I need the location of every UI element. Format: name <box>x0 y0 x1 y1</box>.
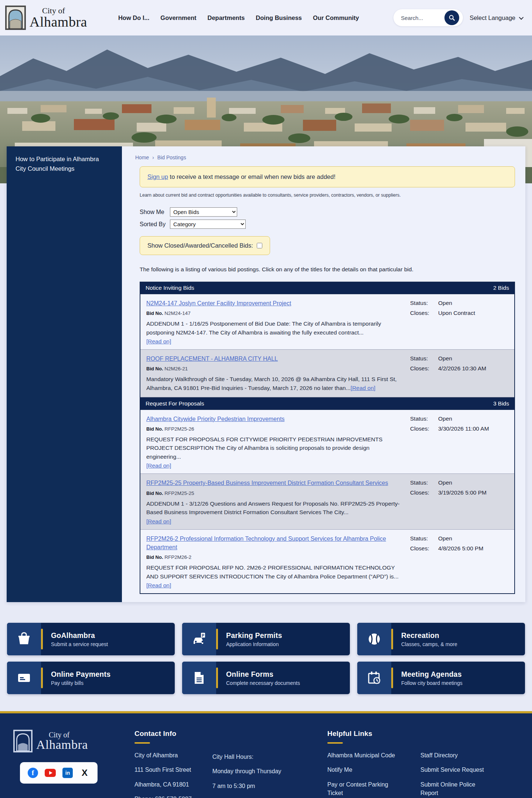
bid-title-link[interactable]: RFP2M26-2 Professional Information Techn… <box>146 536 386 550</box>
bid-title-link[interactable]: N2M24-147 Joslyn Center Facility Improve… <box>146 300 291 306</box>
closes-value: 4/8/2026 5:00 PM <box>438 545 483 552</box>
calendar-clock-icon <box>357 662 391 694</box>
toolbox-icon <box>7 623 41 655</box>
alhambra-arch-icon <box>5 6 26 30</box>
nav-our-community[interactable]: Our Community <box>313 14 359 21</box>
quicklink-parking-permits[interactable]: P Parking Permits Application Informatio… <box>182 623 350 655</box>
search-box <box>393 9 463 26</box>
footer-contact-column: Contact Info City of Alhambra 111 South … <box>134 730 192 798</box>
bid-status-block: Status:Open Closes:4/2/2026 10:30 AM <box>410 354 508 392</box>
search-input[interactable] <box>401 15 444 21</box>
site-header: City of Alhambra How Do I... Government … <box>0 0 532 35</box>
section-count: 2 Bids <box>493 285 509 291</box>
card-subtitle: Complete necessary documents <box>226 680 300 686</box>
quicklink-goalhambra[interactable]: GoAlhambra Submit a service request <box>7 623 175 655</box>
credit-card-icon <box>7 662 41 694</box>
linkedin-icon[interactable]: in <box>62 768 73 778</box>
bid-no-label: Bid No. <box>146 310 163 316</box>
bid-title-link[interactable]: ROOF REPLACEMENT - ALHAMBRA CITY HALL <box>146 356 278 362</box>
closes-value: 3/30/2026 11:00 AM <box>438 425 489 432</box>
hours-line: City Hall Hours: <box>212 753 281 761</box>
closes-value: 3/19/2026 5:00 PM <box>438 489 487 496</box>
quicklink-recreation[interactable]: Recreation Classes, camps, & more <box>357 623 525 655</box>
bid-title-link[interactable]: Alhambra Citywide Priority Pedestrian Im… <box>146 416 284 422</box>
bid-title-link[interactable]: RFP2M25-25 Property-Based Business Impro… <box>146 480 388 486</box>
sidebar: How to Participate in Alhambra City Coun… <box>7 146 122 602</box>
read-on-link[interactable]: [Read on] <box>146 582 171 589</box>
bid-no-value: N2M24-147 <box>164 310 191 316</box>
language-selector[interactable]: Select Language <box>470 14 522 21</box>
card-title: Online Payments <box>51 670 110 679</box>
sorted-by-select[interactable]: Category <box>170 220 246 229</box>
bid-no-value: RFP2M25-25 <box>164 490 194 496</box>
card-subtitle: Application Information <box>226 641 282 647</box>
hours-line: 7 am to 5:30 pm <box>212 782 281 790</box>
quicklink-online-forms[interactable]: Online Forms Complete necessary document… <box>182 662 350 694</box>
quicklink-meeting-agendas[interactable]: Meeting Agendas Follow city board meetin… <box>357 662 525 694</box>
footer-helpful-links: Helpful Links Alhambra Municipal Code No… <box>327 730 491 798</box>
bid-no-value: RFP2M25-26 <box>164 426 194 432</box>
gold-underline <box>134 742 150 744</box>
parking-car-icon: P <box>182 623 216 655</box>
helpful-links-heading: Helpful Links <box>327 730 491 738</box>
footer-link-notify-me[interactable]: Notify Me <box>327 765 398 774</box>
footer-logo: City of Alhambra <box>13 730 124 753</box>
footer-link-municipal-code[interactable]: Alhambra Municipal Code <box>327 751 398 760</box>
breadcrumb-current: Bid Postings <box>157 154 186 160</box>
card-title: Online Forms <box>226 670 300 679</box>
nav-departments[interactable]: Departments <box>207 14 245 21</box>
status-value: Open <box>438 415 452 422</box>
bid-row: RFP2M26-2 Professional Information Techn… <box>140 530 514 593</box>
bid-no-label: Bid No. <box>146 490 163 496</box>
listing-intro: The following is a listing of various bi… <box>140 266 515 273</box>
breadcrumb-home[interactable]: Home <box>135 154 149 160</box>
facebook-icon[interactable]: f <box>28 768 38 778</box>
logo-text: City of Alhambra <box>30 7 87 29</box>
footer-link-service-request[interactable]: Submit Service Request <box>420 765 491 774</box>
logo-city-of: City of <box>42 7 87 15</box>
bid-no-label: Bid No. <box>146 366 163 371</box>
signup-link[interactable]: Sign up <box>147 173 168 180</box>
contact-line: City of Alhambra <box>134 751 192 760</box>
bid-description: REQUEST FOR PROPOSALS FOR CITYWIDE PRIOR… <box>146 435 403 461</box>
signup-text: to receive a text message or email when … <box>168 173 335 180</box>
read-on-link[interactable]: [Read on] <box>146 462 171 469</box>
site-logo[interactable]: City of Alhambra <box>5 6 87 30</box>
show-closed-checkbox[interactable] <box>257 243 262 248</box>
bid-no-value: RFP2M26-2 <box>164 554 191 560</box>
gold-underline <box>327 742 343 744</box>
read-on-link[interactable]: [Read on] <box>146 338 171 345</box>
section-header-notice-inviting-bids: Notice Inviting Bids 2 Bids <box>140 282 514 294</box>
nav-how-do-i[interactable]: How Do I... <box>118 14 149 21</box>
quicklink-online-payments[interactable]: Online Payments Pay utility bills <box>7 662 175 694</box>
closes-value: Upon Contract <box>438 310 475 316</box>
card-subtitle: Follow city board meetings <box>401 680 463 686</box>
x-twitter-icon[interactable]: X <box>79 768 90 778</box>
sidebar-item-council-meetings[interactable]: How to Participate in Alhambra City Coun… <box>7 146 122 181</box>
show-me-label: Show Me <box>140 209 166 215</box>
read-on-link[interactable]: [Read on] <box>351 385 375 391</box>
status-value: Open <box>438 355 452 362</box>
baseball-icon <box>357 623 391 655</box>
show-me-select[interactable]: Open Bids <box>170 207 237 217</box>
show-closed-label: Show Closed/Awarded/Cancelled Bids: <box>147 242 253 249</box>
contact-line: Phone: 626-570-5007 <box>134 795 192 798</box>
svg-text:P: P <box>202 634 204 638</box>
card-title: GoAlhambra <box>51 631 108 640</box>
footer-link-parking-ticket[interactable]: Pay or Contest Parking Ticket <box>327 780 398 797</box>
nav-government[interactable]: Government <box>160 14 196 21</box>
read-on-link[interactable]: [Read on] <box>146 518 171 525</box>
card-title: Recreation <box>401 631 457 640</box>
search-button[interactable] <box>444 10 459 25</box>
youtube-icon[interactable] <box>45 769 56 777</box>
footer-hours-column: City Hall Hours: Monday through Thursday… <box>212 730 281 798</box>
breadcrumb-separator: › <box>152 154 154 160</box>
footer-link-staff-directory[interactable]: Staff Directory <box>420 751 491 760</box>
bid-description: ADDENDUM 1 - 3/12/26 Questions and Answe… <box>146 499 403 517</box>
card-subtitle: Pay utility bills <box>51 680 110 686</box>
nav-doing-business[interactable]: Doing Business <box>256 14 302 21</box>
section-header-request-for-proposals: Request For Proposals 3 Bids <box>140 397 514 410</box>
bid-description: ADDENDUM 1 - 1/16/25 Postponement of Bid… <box>146 319 403 337</box>
document-icon <box>182 662 216 694</box>
footer-link-police-report[interactable]: Submit Online Police Report <box>420 780 491 797</box>
